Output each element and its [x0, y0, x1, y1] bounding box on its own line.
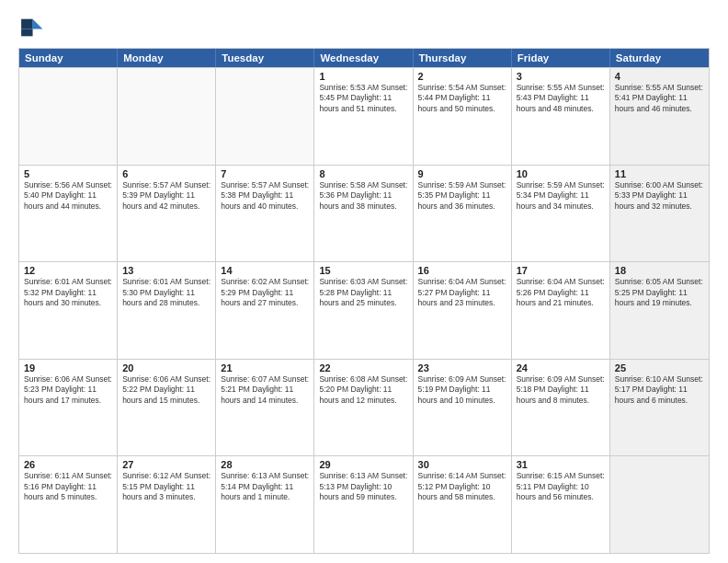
- cell-date-number: 30: [418, 459, 506, 470]
- cell-20: 20Sunrise: 6:06 AM Sunset: 5:22 PM Dayli…: [118, 360, 216, 456]
- cell-date-number: 28: [221, 459, 309, 470]
- cell-date-number: 9: [418, 168, 506, 179]
- cell-14: 14Sunrise: 6:02 AM Sunset: 5:29 PM Dayli…: [216, 262, 314, 359]
- cell-empty-4-6: [610, 456, 709, 553]
- cell-info: Sunrise: 6:13 AM Sunset: 5:14 PM Dayligh…: [221, 471, 309, 502]
- cell-empty-0-1: [118, 68, 216, 165]
- cell-info: Sunrise: 5:58 AM Sunset: 5:36 PM Dayligh…: [319, 180, 407, 212]
- cell-date-number: 14: [221, 265, 309, 276]
- cell-date-number: 8: [319, 168, 407, 179]
- cell-13: 13Sunrise: 6:01 AM Sunset: 5:30 PM Dayli…: [118, 262, 216, 359]
- cell-date-number: 17: [517, 265, 605, 276]
- cell-info: Sunrise: 6:06 AM Sunset: 5:23 PM Dayligh…: [24, 374, 112, 406]
- cell-22: 22Sunrise: 6:08 AM Sunset: 5:20 PM Dayli…: [314, 360, 413, 456]
- cell-11: 11Sunrise: 6:00 AM Sunset: 5:33 PM Dayli…: [610, 166, 709, 262]
- cell-date-number: 5: [24, 168, 112, 179]
- day-header-sunday: Sunday: [19, 49, 118, 67]
- cell-6: 6Sunrise: 5:57 AM Sunset: 5:39 PM Daylig…: [118, 166, 216, 262]
- cell-date-number: 11: [615, 168, 704, 179]
- day-header-wednesday: Wednesday: [314, 49, 413, 67]
- cell-info: Sunrise: 6:03 AM Sunset: 5:28 PM Dayligh…: [319, 277, 407, 308]
- calendar-row-3: 12Sunrise: 6:01 AM Sunset: 5:32 PM Dayli…: [19, 261, 709, 359]
- cell-8: 8Sunrise: 5:58 AM Sunset: 5:36 PM Daylig…: [314, 166, 413, 262]
- cell-date-number: 13: [122, 265, 210, 276]
- cell-date-number: 7: [221, 168, 309, 179]
- cell-info: Sunrise: 6:10 AM Sunset: 5:17 PM Dayligh…: [615, 374, 704, 406]
- cell-info: Sunrise: 6:09 AM Sunset: 5:18 PM Dayligh…: [517, 374, 605, 406]
- cell-info: Sunrise: 5:59 AM Sunset: 5:35 PM Dayligh…: [418, 180, 506, 212]
- cell-date-number: 26: [24, 459, 112, 470]
- cell-4: 4Sunrise: 5:55 AM Sunset: 5:41 PM Daylig…: [610, 68, 709, 165]
- cell-date-number: 12: [24, 265, 112, 276]
- cell-date-number: 27: [122, 459, 210, 470]
- cell-info: Sunrise: 5:59 AM Sunset: 5:34 PM Dayligh…: [517, 180, 605, 212]
- cell-26: 26Sunrise: 6:11 AM Sunset: 5:16 PM Dayli…: [19, 456, 118, 553]
- cell-9: 9Sunrise: 5:59 AM Sunset: 5:35 PM Daylig…: [414, 166, 512, 262]
- calendar: SundayMondayTuesdayWednesdayThursdayFrid…: [18, 48, 710, 554]
- cell-29: 29Sunrise: 6:13 AM Sunset: 5:13 PM Dayli…: [314, 456, 413, 553]
- cell-info: Sunrise: 6:05 AM Sunset: 5:25 PM Dayligh…: [615, 277, 704, 308]
- cell-date-number: 16: [418, 265, 506, 276]
- cell-info: Sunrise: 5:55 AM Sunset: 5:43 PM Dayligh…: [517, 83, 605, 114]
- cell-19: 19Sunrise: 6:06 AM Sunset: 5:23 PM Dayli…: [19, 360, 118, 456]
- calendar-body: 1Sunrise: 5:53 AM Sunset: 5:45 PM Daylig…: [19, 67, 709, 553]
- cell-21: 21Sunrise: 6:07 AM Sunset: 5:21 PM Dayli…: [216, 360, 314, 456]
- day-header-friday: Friday: [512, 49, 610, 67]
- cell-5: 5Sunrise: 5:56 AM Sunset: 5:40 PM Daylig…: [19, 166, 118, 262]
- cell-28: 28Sunrise: 6:13 AM Sunset: 5:14 PM Dayli…: [216, 456, 314, 553]
- cell-info: Sunrise: 5:57 AM Sunset: 5:39 PM Dayligh…: [122, 180, 210, 212]
- logo-icon: [18, 15, 44, 40]
- cell-date-number: 25: [615, 362, 704, 373]
- cell-date-number: 18: [615, 265, 704, 276]
- cell-info: Sunrise: 5:56 AM Sunset: 5:40 PM Dayligh…: [24, 180, 112, 212]
- logo: [18, 15, 48, 40]
- cell-3: 3Sunrise: 5:55 AM Sunset: 5:43 PM Daylig…: [512, 68, 610, 165]
- cell-info: Sunrise: 6:08 AM Sunset: 5:20 PM Dayligh…: [319, 374, 407, 406]
- page: SundayMondayTuesdayWednesdayThursdayFrid…: [0, 0, 728, 563]
- day-header-thursday: Thursday: [414, 49, 512, 67]
- cell-info: Sunrise: 6:13 AM Sunset: 5:13 PM Dayligh…: [319, 471, 407, 502]
- cell-date-number: 10: [517, 168, 605, 179]
- calendar-row-2: 5Sunrise: 5:56 AM Sunset: 5:40 PM Daylig…: [19, 165, 709, 262]
- cell-date-number: 4: [615, 71, 704, 82]
- cell-date-number: 20: [122, 362, 210, 373]
- svg-rect-1: [21, 19, 32, 29]
- cell-info: Sunrise: 6:11 AM Sunset: 5:16 PM Dayligh…: [24, 471, 112, 502]
- cell-date-number: 1: [319, 71, 407, 82]
- cell-12: 12Sunrise: 6:01 AM Sunset: 5:32 PM Dayli…: [19, 262, 118, 359]
- cell-info: Sunrise: 6:02 AM Sunset: 5:29 PM Dayligh…: [221, 277, 309, 308]
- cell-7: 7Sunrise: 5:57 AM Sunset: 5:38 PM Daylig…: [216, 166, 314, 262]
- cell-27: 27Sunrise: 6:12 AM Sunset: 5:15 PM Dayli…: [118, 456, 216, 553]
- header: [18, 15, 710, 40]
- cell-info: Sunrise: 6:12 AM Sunset: 5:15 PM Dayligh…: [122, 471, 210, 502]
- calendar-row-4: 19Sunrise: 6:06 AM Sunset: 5:23 PM Dayli…: [19, 359, 709, 456]
- cell-date-number: 15: [319, 265, 407, 276]
- cell-date-number: 24: [517, 362, 605, 373]
- cell-date-number: 3: [517, 71, 605, 82]
- svg-marker-0: [33, 19, 43, 29]
- cell-info: Sunrise: 6:04 AM Sunset: 5:27 PM Dayligh…: [418, 277, 506, 308]
- cell-info: Sunrise: 5:57 AM Sunset: 5:38 PM Dayligh…: [221, 180, 309, 212]
- cell-date-number: 2: [418, 71, 506, 82]
- cell-info: Sunrise: 6:14 AM Sunset: 5:12 PM Dayligh…: [418, 471, 506, 502]
- cell-info: Sunrise: 5:55 AM Sunset: 5:41 PM Dayligh…: [615, 83, 704, 114]
- cell-date-number: 6: [122, 168, 210, 179]
- cell-info: Sunrise: 6:01 AM Sunset: 5:30 PM Dayligh…: [122, 277, 210, 308]
- cell-date-number: 19: [24, 362, 112, 373]
- cell-17: 17Sunrise: 6:04 AM Sunset: 5:26 PM Dayli…: [512, 262, 610, 359]
- cell-info: Sunrise: 6:01 AM Sunset: 5:32 PM Dayligh…: [24, 277, 112, 308]
- cell-date-number: 22: [319, 362, 407, 373]
- calendar-row-5: 26Sunrise: 6:11 AM Sunset: 5:16 PM Dayli…: [19, 455, 709, 553]
- day-header-tuesday: Tuesday: [216, 49, 314, 67]
- cell-24: 24Sunrise: 6:09 AM Sunset: 5:18 PM Dayli…: [512, 360, 610, 456]
- cell-info: Sunrise: 6:09 AM Sunset: 5:19 PM Dayligh…: [418, 374, 506, 406]
- cell-empty-0-0: [19, 68, 118, 165]
- calendar-row-1: 1Sunrise: 5:53 AM Sunset: 5:45 PM Daylig…: [19, 67, 709, 165]
- cell-date-number: 23: [418, 362, 506, 373]
- cell-1: 1Sunrise: 5:53 AM Sunset: 5:45 PM Daylig…: [314, 68, 413, 165]
- cell-date-number: 31: [517, 459, 605, 470]
- cell-info: Sunrise: 5:53 AM Sunset: 5:45 PM Dayligh…: [319, 83, 407, 114]
- cell-date-number: 21: [221, 362, 309, 373]
- cell-date-number: 29: [319, 459, 407, 470]
- cell-16: 16Sunrise: 6:04 AM Sunset: 5:27 PM Dayli…: [414, 262, 512, 359]
